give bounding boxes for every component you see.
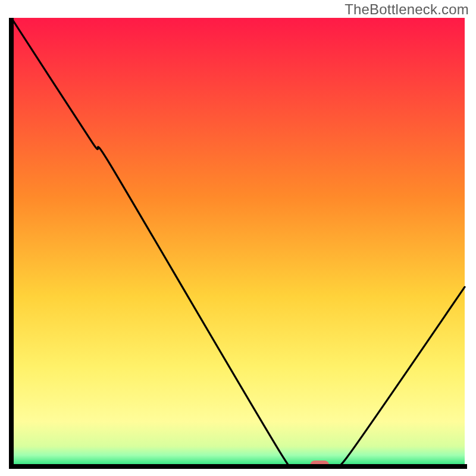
attribution-text: TheBottleneck.com [345, 1, 469, 18]
chart-container: TheBottleneck.com [0, 0, 476, 476]
plot-area [9, 18, 467, 469]
gradient-background [11, 18, 465, 466]
chart-svg [9, 18, 467, 469]
